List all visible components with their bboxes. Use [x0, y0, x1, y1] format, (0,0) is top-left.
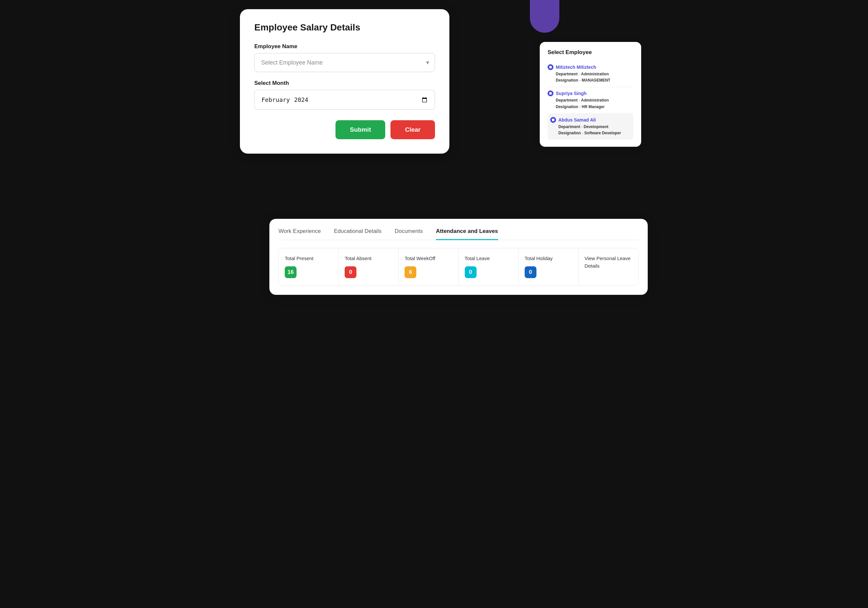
stat-total-present: Total Present 16 [279, 248, 339, 285]
button-row: Submit Clear [254, 120, 435, 139]
stat-total-absent: Total Absent 0 [339, 248, 398, 285]
stat-total-leave: Total Leave 0 [459, 248, 519, 285]
select-employee-card: Select Employee Mitiztech Mitiztech Depa… [540, 42, 641, 147]
stat-total-weekoff: Total WeekOff 6 [398, 248, 459, 285]
salary-card: Employee Salary Details Employee Name Se… [240, 9, 450, 154]
tab-work-experience[interactable]: Work Experience [279, 228, 321, 240]
tabs-card: Work Experience Educational Details Docu… [270, 219, 648, 295]
stat-view-personal-leave[interactable]: View Personal Leave Details [579, 248, 638, 285]
employee-item-1[interactable]: Supriya Singh Department - Administratio… [547, 87, 633, 114]
stat-label-view-personal: View Personal Leave Details [584, 255, 632, 270]
stat-label-leave: Total Leave [465, 255, 490, 262]
stat-label-present: Total Present [285, 255, 313, 262]
clear-button[interactable]: Clear [391, 120, 435, 139]
stat-total-holiday: Total Holiday 0 [519, 248, 579, 285]
submit-button[interactable]: Submit [335, 120, 385, 139]
tab-documents[interactable]: Documents [395, 228, 423, 240]
purple-accent-shape [530, 0, 560, 33]
stat-label-weekoff: Total WeekOff [405, 255, 435, 262]
stat-label-holiday: Total Holiday [525, 255, 553, 262]
select-employee-title: Select Employee [547, 49, 633, 56]
stat-badge-absent: 0 [345, 266, 356, 278]
employee-select-wrapper: Select Employee Name ▾ [254, 53, 435, 72]
employee-detail-1: Department - Administration Designation … [556, 97, 633, 110]
stat-label-absent: Total Absent [345, 255, 372, 262]
user-icon-0 [547, 64, 553, 70]
tabs-row: Work Experience Educational Details Docu… [279, 228, 639, 240]
tab-attendance-leaves[interactable]: Attendance and Leaves [436, 228, 498, 240]
user-icon-2 [550, 117, 556, 123]
employee-name-2: Abdus Samad Ali [558, 117, 596, 123]
salary-card-title: Employee Salary Details [254, 22, 435, 33]
stat-badge-weekoff: 6 [405, 266, 416, 278]
employee-item-0[interactable]: Mitiztech Mitiztech Department - Adminis… [547, 61, 633, 87]
stat-badge-present: 16 [285, 266, 296, 278]
stat-badge-leave: 0 [465, 266, 477, 278]
employee-detail-2: Department - Development Designation - S… [558, 124, 631, 136]
employee-detail-0: Department - Administration Designation … [556, 71, 633, 84]
employee-name-select[interactable]: Select Employee Name [254, 53, 435, 72]
user-icon-1 [547, 90, 553, 96]
tab-educational-details[interactable]: Educational Details [334, 228, 381, 240]
month-input[interactable] [254, 90, 435, 110]
stat-badge-holiday: 0 [525, 266, 536, 278]
employee-item-2[interactable]: Abdus Samad Ali Department - Development… [547, 114, 633, 140]
stats-row: Total Present 16 Total Absent 0 Total We… [279, 248, 639, 286]
employee-name-label: Employee Name [254, 43, 435, 50]
employee-name-0: Mitiztech Mitiztech [556, 65, 596, 70]
month-label: Select Month [254, 80, 435, 87]
employee-name-1: Supriya Singh [556, 91, 586, 96]
